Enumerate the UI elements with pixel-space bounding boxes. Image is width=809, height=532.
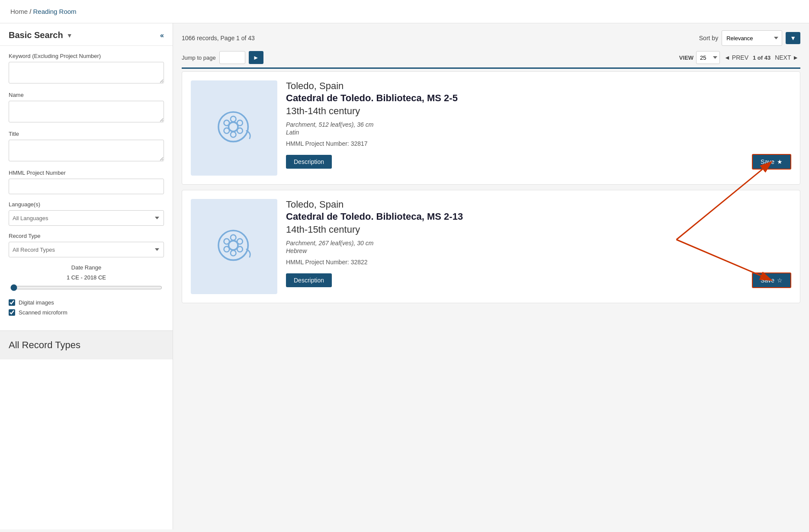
name-label: Name — [9, 92, 164, 98]
sidebar-header: Basic Search ▼ « — [0, 23, 173, 46]
svg-point-12 — [224, 238, 230, 244]
save-label-2: Save — [761, 277, 774, 284]
page-info: 1 of 43 — [753, 54, 770, 61]
card-info-2: Toledo, Spain Catedral de Toledo. Biblio… — [286, 199, 791, 294]
svg-point-4 — [224, 120, 230, 125]
digital-images-checkbox[interactable] — [9, 299, 15, 306]
save-star-2: ☆ — [777, 277, 783, 284]
language-field-group: Language(s) All Languages — [9, 201, 164, 226]
svg-point-3 — [231, 131, 236, 137]
prev-button[interactable]: ◄ PREV — [722, 53, 750, 62]
view-label: VIEW — [679, 54, 693, 61]
pagination-row: Jump to page ► VIEW 25 50 100 ◄ PREV 1 o… — [182, 51, 800, 69]
result-card-1: Toledo, Spain Catedral de Toledo. Biblio… — [182, 71, 800, 185]
title-input[interactable] — [9, 140, 164, 161]
title-label: Title — [9, 131, 164, 137]
keyword-input[interactable] — [9, 62, 164, 83]
film-reel-icon-1 — [215, 108, 254, 148]
digital-images-checkbox-group: Digital images — [9, 299, 164, 306]
jump-to-page-wrap: Jump to page ► — [182, 51, 263, 64]
save-button-1[interactable]: Save ★ — [752, 154, 791, 170]
hmml-label: HMML Project Number — [9, 170, 164, 176]
name-field-group: Name — [9, 92, 164, 124]
breadcrumb-separator: / — [29, 8, 31, 15]
svg-point-15 — [237, 246, 243, 252]
breadcrumb-current: Reading Room — [33, 8, 77, 15]
card-title-2: Catedral de Toledo. Biblioteca, MS 2-13 — [286, 211, 791, 222]
title-field-group: Title — [9, 131, 164, 163]
svg-point-2 — [231, 116, 236, 122]
hmml-field-group: HMML Project Number — [9, 170, 164, 194]
scanned-microform-label: Scanned microform — [19, 309, 67, 316]
description-button-1[interactable]: Description — [286, 155, 332, 169]
card-meta2-2: Hebrew — [286, 247, 791, 254]
card-project-1: HMML Project Number: 32817 — [286, 140, 791, 147]
card-info-1: Toledo, Spain Catedral de Toledo. Biblio… — [286, 80, 791, 176]
svg-point-14 — [224, 246, 230, 252]
svg-point-1 — [228, 122, 238, 131]
scanned-microform-checkbox[interactable] — [9, 309, 15, 316]
date-range-slider-min[interactable] — [10, 284, 162, 291]
card-footer-1: Description Save ★ — [286, 154, 791, 170]
next-button[interactable]: NEXT ► — [773, 53, 800, 62]
card-thumbnail-1 — [191, 80, 277, 176]
sort-by-wrap: Sort by Relevance Title A-Z Title Z-A Da… — [699, 30, 800, 46]
save-star-1: ★ — [777, 158, 783, 165]
sort-by-label: Sort by — [699, 35, 718, 42]
save-button-2[interactable]: Save ☆ — [752, 272, 791, 288]
jump-label: Jump to page — [182, 54, 216, 61]
toolbar: 1066 records, Page 1 of 43 Sort by Relev… — [182, 30, 800, 46]
keyword-field-group: Keyword (Excluding Project Number) — [9, 53, 164, 85]
sort-direction-button[interactable]: ▼ — [786, 32, 800, 44]
language-label: Language(s) — [9, 201, 164, 208]
results-container: Toledo, Spain Catedral de Toledo. Biblio… — [182, 71, 800, 303]
svg-point-13 — [237, 238, 243, 244]
sidebar-title: Basic Search ▼ — [9, 30, 73, 40]
date-range-label: Date Range — [9, 264, 164, 271]
card-meta2-1: Latin — [286, 129, 791, 136]
all-record-types-section: All Record Types — [0, 330, 173, 359]
language-select[interactable]: All Languages — [9, 210, 164, 226]
sidebar-collapse-button[interactable]: « — [160, 32, 164, 39]
date-range-value: 1 CE - 2018 CE — [9, 274, 164, 281]
date-range-slider-container — [9, 284, 164, 292]
keyword-label: Keyword (Excluding Project Number) — [9, 53, 164, 59]
svg-point-9 — [228, 240, 238, 250]
hmml-input[interactable] — [9, 179, 164, 194]
svg-point-7 — [237, 128, 243, 133]
sidebar-body: Keyword (Excluding Project Number) Name … — [0, 46, 173, 326]
all-record-types-text: All Record Types — [9, 340, 164, 351]
record-type-field-group: Record Type All Record Types — [9, 233, 164, 257]
card-century-1: 13th-14th century — [286, 106, 791, 117]
sidebar: Basic Search ▼ « Keyword (Excluding Proj… — [0, 23, 173, 529]
sort-select[interactable]: Relevance Title A-Z Title Z-A Date — [722, 30, 782, 46]
main-content: 1066 records, Page 1 of 43 Sort by Relev… — [173, 23, 809, 529]
breadcrumb-home[interactable]: Home — [10, 8, 28, 15]
view-wrap: VIEW 25 50 100 ◄ PREV 1 of 43 NEXT ► — [679, 51, 800, 64]
save-label-1: Save — [761, 158, 774, 165]
nav-wrap: ◄ PREV 1 of 43 NEXT ► — [722, 53, 800, 62]
view-per-page-select[interactable]: 25 50 100 — [696, 51, 720, 64]
name-input[interactable] — [9, 101, 164, 122]
records-info: 1066 records, Page 1 of 43 — [182, 35, 255, 42]
record-type-select[interactable]: All Record Types — [9, 242, 164, 257]
card-title-1: Catedral de Toledo. Biblioteca, MS 2-5 — [286, 93, 791, 104]
jump-input[interactable] — [219, 51, 245, 64]
digital-images-label: Digital images — [19, 299, 54, 306]
sidebar-title-text: Basic Search — [9, 30, 63, 40]
svg-point-11 — [231, 250, 236, 256]
film-reel-icon-2 — [215, 227, 254, 267]
svg-point-6 — [224, 128, 230, 133]
card-footer-2: Description Save ☆ — [286, 272, 791, 288]
svg-point-10 — [231, 234, 236, 240]
sidebar-title-arrow: ▼ — [67, 32, 73, 39]
result-card-2: Toledo, Spain Catedral de Toledo. Biblio… — [182, 190, 800, 303]
description-button-2[interactable]: Description — [286, 273, 332, 287]
card-location-2: Toledo, Spain — [286, 199, 791, 210]
card-meta1-1: Parchment, 512 leaf(ves), 36 cm — [286, 121, 791, 128]
breadcrumb: Home / Reading Room — [0, 0, 809, 23]
date-range-group: Date Range 1 CE - 2018 CE — [9, 264, 164, 292]
svg-point-5 — [237, 120, 243, 125]
card-location-1: Toledo, Spain — [286, 80, 791, 92]
jump-go-button[interactable]: ► — [249, 51, 263, 64]
